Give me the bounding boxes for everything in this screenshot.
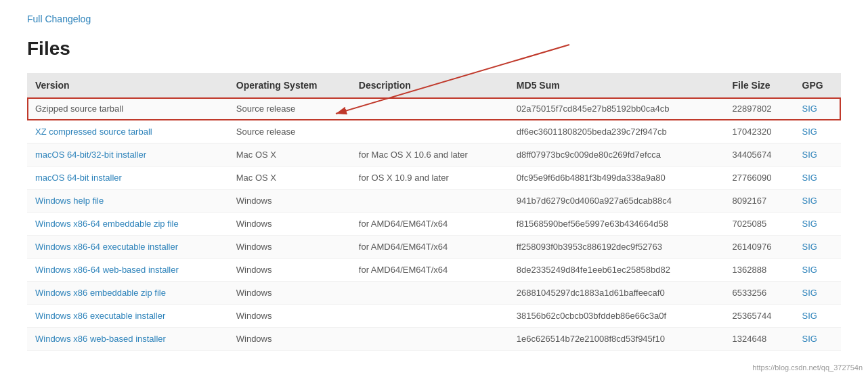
cell-filesize: 17042320 bbox=[724, 120, 794, 143]
cell-version[interactable]: Windows x86 executable installer bbox=[27, 305, 228, 328]
cell-description: for AMD64/EM64T/x64 bbox=[351, 213, 508, 236]
files-table: Version Operating System Description MD5… bbox=[27, 73, 841, 351]
table-row: XZ compressed source tarballSource relea… bbox=[27, 120, 841, 143]
col-os: Operating System bbox=[228, 73, 351, 97]
cell-gpg[interactable]: SIG bbox=[794, 97, 841, 120]
cell-version[interactable]: XZ compressed source tarball bbox=[27, 120, 228, 143]
table-body: Gzipped source tarballSource release02a7… bbox=[27, 97, 841, 351]
cell-gpg[interactable]: SIG bbox=[794, 213, 841, 236]
files-heading: Files bbox=[27, 38, 841, 60]
cell-filesize: 27766090 bbox=[724, 167, 794, 190]
cell-os: Source release bbox=[228, 120, 351, 143]
cell-os: Windows bbox=[228, 236, 351, 259]
cell-os: Mac OS X bbox=[228, 143, 351, 167]
cell-md5: 8de2335249d84fe1eeb61ec25858bd82 bbox=[508, 259, 724, 282]
cell-description bbox=[351, 282, 508, 305]
table-row: Windows x86 embeddable zip fileWindows26… bbox=[27, 282, 841, 305]
cell-gpg[interactable]: SIG bbox=[794, 305, 841, 328]
col-description: Description bbox=[351, 73, 508, 97]
table-row: Windows x86-64 executable installerWindo… bbox=[27, 236, 841, 259]
cell-os: Windows bbox=[228, 213, 351, 236]
cell-description bbox=[351, 190, 508, 213]
cell-filesize: 1324648 bbox=[724, 328, 794, 351]
cell-filesize: 7025085 bbox=[724, 213, 794, 236]
cell-md5: f81568590bef56e5997e63b434664d58 bbox=[508, 213, 724, 236]
full-changelog-link[interactable]: Full Changelog bbox=[27, 14, 91, 24]
cell-description: for Mac OS X 10.6 and later bbox=[351, 143, 508, 167]
col-md5: MD5 Sum bbox=[508, 73, 724, 97]
cell-md5: 38156b62c0cbcb03bfddeb86e66c3a0f bbox=[508, 305, 724, 328]
table-row: Windows x86 executable installerWindows3… bbox=[27, 305, 841, 328]
cell-os: Windows bbox=[228, 190, 351, 213]
cell-filesize: 22897802 bbox=[724, 97, 794, 120]
cell-version[interactable]: macOS 64-bit/32-bit installer bbox=[27, 143, 228, 167]
table-row: Windows help fileWindows941b7d6279c0d406… bbox=[27, 190, 841, 213]
table-row: macOS 64-bit/32-bit installerMac OS Xfor… bbox=[27, 143, 841, 167]
cell-filesize: 8092167 bbox=[724, 190, 794, 213]
col-filesize: File Size bbox=[724, 73, 794, 97]
cell-os: Windows bbox=[228, 282, 351, 305]
cell-filesize: 26140976 bbox=[724, 236, 794, 259]
cell-gpg[interactable]: SIG bbox=[794, 259, 841, 282]
cell-md5: d8ff07973bc9c009de80c269fd7efcca bbox=[508, 143, 724, 167]
table-row: Gzipped source tarballSource release02a7… bbox=[27, 97, 841, 120]
cell-version[interactable]: Windows x86 web-based installer bbox=[27, 328, 228, 351]
cell-os: Windows bbox=[228, 259, 351, 282]
cell-gpg[interactable]: SIG bbox=[794, 190, 841, 213]
cell-description bbox=[351, 328, 508, 351]
table-row: Windows x86 web-based installerWindows1e… bbox=[27, 328, 841, 351]
cell-description bbox=[351, 305, 508, 328]
cell-filesize: 6533256 bbox=[724, 282, 794, 305]
table-row: Windows x86-64 web-based installerWindow… bbox=[27, 259, 841, 282]
files-section: Files Version Operating System Descripti… bbox=[27, 38, 841, 351]
cell-gpg[interactable]: SIG bbox=[794, 167, 841, 190]
cell-md5: 1e6c626514b72e21008f8cd53f945f10 bbox=[508, 328, 724, 351]
cell-md5: 26881045297dc1883a1d61baffeecaf0 bbox=[508, 282, 724, 305]
cell-os: Windows bbox=[228, 305, 351, 328]
cell-filesize: 25365744 bbox=[724, 305, 794, 328]
cell-filesize: 1362888 bbox=[724, 259, 794, 282]
cell-description: for OS X 10.9 and later bbox=[351, 167, 508, 190]
table-row: macOS 64-bit installerMac OS Xfor OS X 1… bbox=[27, 167, 841, 190]
cell-filesize: 34405674 bbox=[724, 143, 794, 167]
table-row: Windows x86-64 embeddable zip fileWindow… bbox=[27, 213, 841, 236]
cell-os: Mac OS X bbox=[228, 167, 351, 190]
cell-md5: 02a75015f7cd845e27b85192bb0ca4cb bbox=[508, 97, 724, 120]
cell-md5: 0fc95e9f6d6b4881f3b499da338a9a80 bbox=[508, 167, 724, 190]
cell-version[interactable]: Windows x86 embeddable zip file bbox=[27, 282, 228, 305]
col-version: Version bbox=[27, 73, 228, 97]
cell-md5: df6ec36011808205beda239c72f947cb bbox=[508, 120, 724, 143]
cell-version[interactable]: Windows x86-64 web-based installer bbox=[27, 259, 228, 282]
cell-os: Windows bbox=[228, 328, 351, 351]
cell-version[interactable]: Windows x86-64 executable installer bbox=[27, 236, 228, 259]
cell-gpg[interactable]: SIG bbox=[794, 143, 841, 167]
cell-version[interactable]: Windows x86-64 embeddable zip file bbox=[27, 213, 228, 236]
cell-description: for AMD64/EM64T/x64 bbox=[351, 236, 508, 259]
cell-gpg[interactable]: SIG bbox=[794, 328, 841, 351]
cell-md5: 941b7d6279c0d4060a927a65dcab88c4 bbox=[508, 190, 724, 213]
table-header: Version Operating System Description MD5… bbox=[27, 73, 841, 97]
cell-version: Gzipped source tarball bbox=[27, 97, 228, 120]
cell-version[interactable]: Windows help file bbox=[27, 190, 228, 213]
cell-description bbox=[351, 120, 508, 143]
cell-gpg[interactable]: SIG bbox=[794, 282, 841, 305]
cell-md5: ff258093f0b3953c886192dec9f52763 bbox=[508, 236, 724, 259]
cell-description bbox=[351, 97, 508, 120]
cell-description: for AMD64/EM64T/x64 bbox=[351, 259, 508, 282]
cell-os: Source release bbox=[228, 97, 351, 120]
watermark: https://blog.csdn.net/qq_372754n bbox=[752, 363, 863, 364]
cell-version[interactable]: macOS 64-bit installer bbox=[27, 167, 228, 190]
col-gpg: GPG bbox=[794, 73, 841, 97]
cell-gpg[interactable]: SIG bbox=[794, 236, 841, 259]
cell-gpg[interactable]: SIG bbox=[794, 120, 841, 143]
